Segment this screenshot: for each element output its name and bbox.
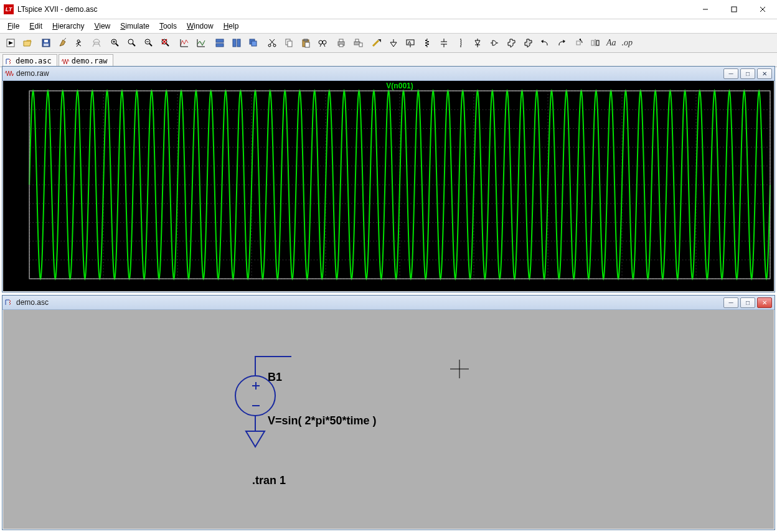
control-panel-button[interactable]	[55, 35, 71, 51]
svg-text:0.1s: 0.1s	[97, 282, 110, 290]
paste-button[interactable]	[298, 35, 314, 51]
print-setup-button[interactable]	[350, 35, 366, 51]
tab-demo-asc[interactable]: demo.asc	[2, 54, 57, 67]
undo-button[interactable]	[537, 35, 553, 51]
svg-text:-0.4V: -0.4V	[11, 218, 27, 226]
svg-line-55	[324, 44, 325, 47]
cursor-crosshair	[450, 360, 469, 378]
svg-line-62	[373, 40, 379, 46]
mdi-minimize-button[interactable]: ─	[723, 297, 738, 308]
mdi-minimize-button[interactable]: ─	[723, 68, 738, 79]
menubar: File Edit Hierarchy View Simulate Tools …	[0, 19, 777, 34]
capacitor-button[interactable]	[436, 35, 452, 51]
menu-tools[interactable]: Tools	[154, 21, 182, 32]
drag-button[interactable]	[520, 35, 536, 51]
maximize-button[interactable]	[720, 0, 748, 19]
svg-rect-59	[354, 42, 360, 45]
setup-plot-button[interactable]	[193, 35, 209, 51]
schematic-canvas[interactable]: B1 V=sin( 2*pi*50*time ) .tran 1	[3, 310, 774, 529]
spice-directive[interactable]: .tran 1	[252, 474, 286, 487]
mdi-close-button[interactable]: ✕	[757, 297, 772, 308]
component-ref-label[interactable]: B1	[268, 371, 282, 383]
resistor-button[interactable]	[419, 35, 435, 51]
close-button[interactable]	[748, 0, 777, 19]
text-button[interactable]: Aa	[604, 35, 619, 51]
cascade-button[interactable]	[245, 35, 261, 51]
menu-edit[interactable]: Edit	[24, 21, 47, 32]
svg-line-18	[98, 43, 100, 47]
svg-marker-83	[563, 40, 565, 43]
titlebar: LT LTspice XVII - demo.asc	[0, 0, 777, 19]
svg-point-53	[323, 40, 326, 44]
svg-text:-0.2V: -0.2V	[11, 200, 27, 207]
schematic-icon	[5, 299, 14, 306]
svg-marker-139	[246, 431, 265, 447]
component-button[interactable]	[486, 35, 502, 51]
save-button[interactable]	[38, 35, 54, 51]
move-button[interactable]	[503, 35, 519, 51]
draw-wire-button[interactable]	[369, 35, 385, 51]
mdi-maximize-button[interactable]: □	[740, 68, 755, 79]
waveform-icon	[5, 70, 14, 77]
svg-rect-7	[44, 40, 48, 42]
svg-line-30	[162, 39, 167, 44]
svg-rect-61	[359, 43, 362, 47]
svg-text:0.7s: 0.7s	[542, 282, 555, 290]
mdi-maximize-button[interactable]: □	[740, 297, 755, 308]
svg-text:0.6s: 0.6s	[468, 282, 481, 290]
label-net-button[interactable]: A	[402, 35, 418, 51]
zoom-pan-button[interactable]	[124, 35, 140, 51]
cut-button[interactable]	[264, 35, 280, 51]
svg-point-19	[111, 39, 116, 44]
mirror-button[interactable]	[587, 35, 603, 51]
schematic-titlebar[interactable]: demo.asc ─ □ ✕	[2, 296, 775, 310]
tile-vert-button[interactable]	[228, 35, 245, 51]
menu-window[interactable]: Window	[182, 21, 219, 32]
menu-hierarchy[interactable]: Hierarchy	[47, 21, 89, 32]
run-button[interactable]	[72, 35, 88, 51]
svg-point-10	[77, 40, 80, 42]
waveform-window[interactable]: demo.raw ─ □ ✕ 1.0V0.8V0.6V0.4V0.2V0.0V-…	[2, 66, 775, 292]
svg-line-13	[78, 42, 81, 43]
app-icon: LT	[4, 4, 14, 14]
diode-button[interactable]	[469, 35, 486, 51]
new-schematic-button[interactable]	[2, 35, 19, 51]
zoom-out-button[interactable]	[141, 35, 157, 51]
document-tabbar: demo.asc demo.raw	[0, 53, 777, 67]
menu-help[interactable]: Help	[219, 21, 244, 32]
tile-horz-button[interactable]	[212, 35, 228, 51]
svg-line-20	[116, 44, 118, 46]
zoom-fit-button[interactable]	[158, 35, 174, 51]
svg-rect-84	[577, 41, 580, 45]
minimize-button[interactable]	[691, 0, 720, 19]
spice-directive-button[interactable]: .op	[619, 35, 636, 51]
print-button[interactable]	[333, 35, 349, 51]
schematic-window[interactable]: demo.asc ─ □ ✕	[2, 295, 775, 530]
halt-button[interactable]	[88, 35, 105, 51]
open-button[interactable]	[19, 35, 35, 51]
component-value-label[interactable]: V=sin( 2*pi*50*time )	[268, 414, 377, 427]
tab-label: demo.raw	[72, 57, 108, 65]
autorange-button[interactable]	[176, 35, 192, 51]
menu-simulate[interactable]: Simulate	[115, 21, 154, 32]
svg-marker-63	[378, 39, 381, 42]
rotate-button[interactable]	[570, 35, 586, 51]
svg-text:0.3s: 0.3s	[245, 282, 258, 290]
svg-line-17	[93, 43, 95, 47]
redo-button[interactable]	[553, 35, 570, 51]
find-button[interactable]	[314, 35, 331, 51]
svg-rect-38	[216, 44, 224, 47]
svg-rect-47	[286, 39, 290, 45]
ground-button[interactable]	[385, 35, 402, 51]
zoom-in-button[interactable]	[107, 35, 123, 51]
svg-rect-37	[216, 39, 224, 42]
menu-view[interactable]: View	[89, 21, 115, 32]
waveform-plot[interactable]: 1.0V0.8V0.6V0.4V0.2V0.0V-0.2V-0.4V-0.6V-…	[3, 81, 774, 291]
tab-demo-raw[interactable]: demo.raw	[59, 54, 113, 67]
waveform-titlebar[interactable]: demo.raw ─ □ ✕	[2, 67, 775, 81]
inductor-button[interactable]	[453, 35, 469, 51]
mdi-close-button[interactable]: ✕	[757, 68, 772, 79]
menu-file[interactable]: File	[2, 21, 24, 32]
copy-button[interactable]	[281, 35, 297, 51]
schematic-wires[interactable]	[246, 357, 291, 447]
